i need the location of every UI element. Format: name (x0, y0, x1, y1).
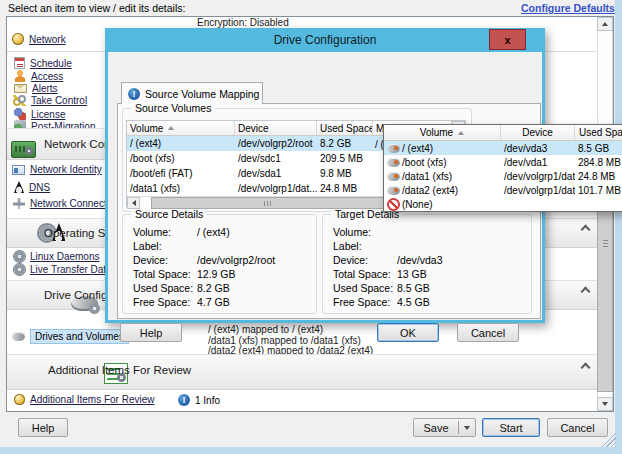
tab-source-volume-mapping[interactable]: Source Volume Mapping (121, 82, 263, 104)
connector-icon (13, 198, 25, 209)
field-label: Total Space: (133, 267, 197, 281)
field-value (397, 239, 527, 253)
field-value (197, 239, 312, 253)
sort-icon (168, 126, 174, 130)
sidebar-item-additional-items[interactable]: Additional Items For Review (14, 394, 155, 405)
down-arrow-icon (602, 402, 608, 406)
cell-used-space: 8.2 GB (317, 136, 373, 151)
collapse-chevron-icon[interactable] (580, 223, 592, 232)
column-header-used-space[interactable]: Used Space (317, 121, 373, 135)
penguin-icon (14, 181, 24, 193)
ok-button[interactable]: OK (377, 323, 439, 342)
field-label: Total Space: (333, 267, 397, 281)
target-details-group: Target Details Volume: Label: Device:/de… (322, 214, 532, 314)
help-button[interactable]: Help (18, 418, 68, 437)
application-window: Select an item to view / edit its detail… (0, 0, 622, 454)
sidebar-item-license[interactable]: License (14, 108, 65, 120)
sidebar-item-live-transfer[interactable]: Live Transfer Data (14, 264, 112, 275)
column-header-device[interactable]: Device (501, 125, 575, 140)
scrollbar-thumb[interactable] (151, 197, 384, 209)
sidebar-item-dns[interactable]: DNS (14, 181, 50, 193)
field-label: Free Space: (133, 295, 197, 309)
cell-volume: /data1 (xfs) (127, 181, 235, 196)
user-icon (14, 70, 26, 82)
dialog-cancel-button[interactable]: Cancel (457, 323, 519, 342)
network-icon (12, 33, 24, 45)
disk-icon (387, 186, 400, 195)
dialog-help-button[interactable]: Help (120, 323, 182, 342)
sidebar-item-take-control[interactable]: Take Control (13, 95, 87, 106)
dropdown-header: Volume Device Used Space (384, 125, 622, 141)
dropdown-option[interactable]: / (ext4) /dev/vda3 8.5 GB (384, 141, 622, 155)
configure-defaults-link[interactable]: Configure Defaults (521, 2, 615, 14)
id-card-icon (12, 165, 25, 175)
scroll-left-button[interactable] (127, 197, 140, 209)
save-button[interactable]: Save (414, 422, 458, 434)
cell-device: /dev/volgrp1/data (501, 171, 575, 182)
sidebar-item-network-identity[interactable]: Network Identity (12, 164, 102, 175)
cell-icon (384, 198, 402, 211)
collapse-chevron-icon[interactable] (580, 361, 592, 370)
field-value: /dev/vda3 (397, 253, 527, 267)
cell-icon (384, 158, 402, 167)
up-arrow-icon (602, 22, 608, 26)
save-dropdown-button[interactable] (459, 426, 475, 430)
group-label: Source Volumes (131, 102, 215, 114)
column-header-volume[interactable]: Volume (384, 125, 501, 140)
sidebar-item-network[interactable]: Network (12, 33, 66, 45)
cell-volume: /data1 (xfs) (402, 171, 501, 182)
encryption-status: Encryption: Disabled (197, 17, 289, 28)
dropdown-option-none[interactable]: (None) (384, 197, 622, 211)
sidebar-item-schedule[interactable]: Schedule (14, 57, 72, 69)
dropdown-option[interactable]: /data1 (xfs) /dev/volgrp1/data 24.8 MB (384, 169, 622, 183)
start-button[interactable]: Start (482, 418, 540, 437)
cell-volume: (None) (402, 199, 501, 210)
field-label: Free Space: (333, 295, 397, 309)
envelope-icon (14, 84, 27, 93)
save-split-button[interactable]: Save (413, 418, 476, 437)
cancel-button[interactable]: Cancel (547, 418, 608, 437)
calendar-icon (14, 57, 25, 69)
scroll-up-button[interactable] (597, 17, 613, 31)
sidebar-item-alerts[interactable]: Alerts (14, 83, 58, 94)
cell-device: /dev/volgrp2/root (235, 136, 317, 151)
field-value: 4.5 GB (397, 295, 527, 309)
window-edge (0, 447, 622, 454)
dialog-titlebar[interactable]: Drive Configuration x (108, 28, 542, 52)
collapse-chevron-icon[interactable] (580, 285, 592, 294)
cell-device: /dev/vda1 (501, 157, 575, 168)
cell-volume: /boot (xfs) (402, 157, 501, 168)
field-label: Volume: (333, 225, 397, 239)
disk-icon (387, 144, 400, 153)
cell-used-space: 284.8 MB (575, 157, 622, 168)
cell-icon (384, 186, 402, 195)
column-header-used-space[interactable]: Used Space (575, 125, 622, 140)
prohibition-icon (387, 198, 400, 211)
field-label: Device: (133, 253, 197, 267)
source-details-group: Source Details Volume:/ (ext4) Label: De… (122, 214, 317, 314)
dropdown-option[interactable]: /data2 (ext4) /dev/volgrp1/data 101.7 MB (384, 183, 622, 197)
dropdown-option[interactable]: /boot (xfs) /dev/vda1 284.8 MB (384, 155, 622, 169)
mapped-to-dropdown-list: Volume Device Used Space / (ext4) /dev/v… (383, 124, 622, 212)
cell-volume: /boot (xfs) (127, 151, 235, 166)
field-value: 8.5 GB (397, 281, 527, 295)
sidebar-item-linux-daemons[interactable]: Linux Daemons (14, 251, 99, 262)
field-value: 8.2 GB (197, 281, 312, 295)
column-header-device[interactable]: Device (235, 121, 317, 135)
thumb-gripper (603, 240, 608, 247)
field-value: 4.7 GB (197, 295, 312, 309)
close-button[interactable]: x (489, 29, 526, 50)
field-value (397, 225, 527, 239)
caret-down-icon (464, 426, 470, 430)
keys-icon (13, 95, 26, 106)
info-icon (178, 394, 190, 406)
cell-device: /dev/sda1 (235, 166, 317, 181)
gear-icon (14, 264, 25, 275)
column-header-volume[interactable]: Volume (127, 121, 235, 135)
sidebar-item-access[interactable]: Access (14, 70, 63, 82)
cell-used-space: 24.8 MB (575, 171, 622, 182)
info-icon (128, 88, 140, 100)
cell-device: /dev/volgrp1/dat... (235, 181, 317, 196)
scroll-down-button[interactable] (597, 397, 613, 411)
field-label: Device: (333, 253, 397, 267)
